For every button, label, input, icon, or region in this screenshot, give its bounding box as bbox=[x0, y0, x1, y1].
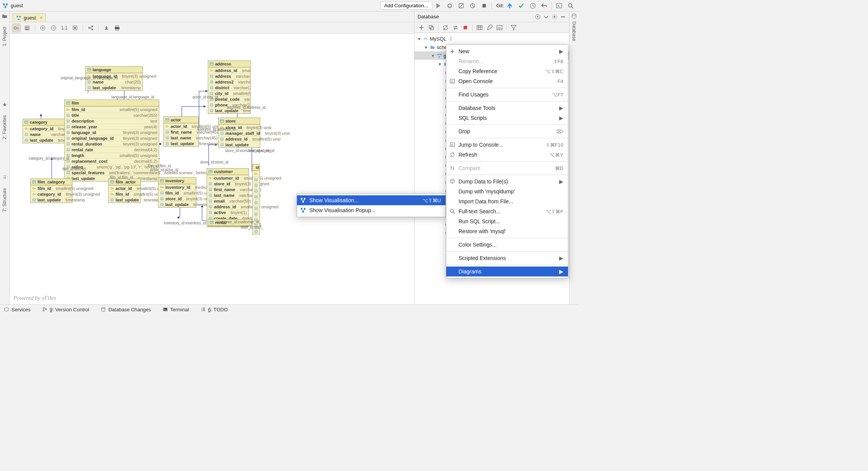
zoom-in-button[interactable] bbox=[38, 23, 47, 33]
commit-icon[interactable] bbox=[518, 2, 525, 9]
structure-tab[interactable]: 7: Structure bbox=[1, 186, 8, 214]
zoom-out-button[interactable] bbox=[49, 23, 58, 33]
table-icon[interactable] bbox=[476, 24, 483, 31]
plus-icon bbox=[449, 48, 455, 54]
revert-icon[interactable] bbox=[541, 2, 548, 9]
menu-item[interactable]: Full-text Search...⌥⇧⌘F bbox=[446, 206, 568, 216]
sync-icon[interactable] bbox=[452, 24, 459, 31]
menu-item[interactable]: Find Usages⌥F7 bbox=[446, 90, 568, 100]
terminal-icon bbox=[163, 307, 168, 312]
run-icon[interactable] bbox=[435, 2, 442, 9]
menu-item[interactable]: Dump Data to File(s)▶ bbox=[446, 177, 568, 186]
minimize-icon[interactable] bbox=[560, 14, 566, 20]
svg-rect-44 bbox=[67, 172, 70, 174]
add-icon[interactable] bbox=[418, 24, 425, 31]
project-tab[interactable]: 1: Project bbox=[1, 25, 8, 49]
ql-icon: QL bbox=[449, 142, 455, 148]
menu-item[interactable]: SQL Scripts▶ bbox=[446, 113, 568, 123]
fit-content-button[interactable] bbox=[70, 23, 80, 33]
diagram-canvas[interactable]: languagelanguage_idtinyint(3) unsignedna… bbox=[10, 34, 414, 304]
export-button[interactable] bbox=[102, 23, 111, 33]
menu-item[interactable]: Drop⌦ bbox=[446, 126, 568, 136]
database-tab[interactable]: Database bbox=[571, 19, 578, 43]
svg-rect-100 bbox=[210, 221, 213, 224]
expand-icon[interactable] bbox=[543, 14, 549, 20]
svg-rect-111 bbox=[438, 56, 440, 58]
menu-item[interactable]: Import Data from File... bbox=[446, 196, 568, 206]
fk-label: actor_id:actor_id bbox=[150, 168, 178, 172]
column-row: customer_idsmallint(5) unsigned bbox=[207, 175, 248, 181]
menu-item[interactable]: Copy Reference⌥⇧⌘C bbox=[446, 66, 568, 76]
diagrams-submenu[interactable]: Show Visualisation...⌥⇧⌘UShow Visualisat… bbox=[297, 193, 446, 217]
print-button[interactable] bbox=[113, 23, 122, 33]
svg-rect-80 bbox=[209, 183, 212, 185]
context-menu[interactable]: New▶Rename...⇧F6Copy Reference⌥⇧⌘CQLOpen… bbox=[446, 44, 568, 278]
column-row: film_idsmallint(5) unsigned bbox=[31, 185, 72, 191]
svg-point-66 bbox=[33, 188, 34, 189]
collapse-icon[interactable] bbox=[535, 14, 541, 20]
menu-item[interactable]: Scripted Extensions▶ bbox=[446, 253, 568, 263]
debug-icon[interactable] bbox=[446, 2, 453, 9]
svg-point-133 bbox=[43, 307, 44, 309]
menu-item[interactable]: Run SQL Script... bbox=[446, 216, 568, 226]
entity-inventory[interactable]: inventoryinventory_idmediumint(8) unsign… bbox=[158, 177, 196, 208]
refresh-icon[interactable] bbox=[442, 24, 449, 31]
stop-icon[interactable] bbox=[481, 2, 488, 9]
settings-icon[interactable] bbox=[551, 14, 558, 20]
stop-icon[interactable] bbox=[462, 24, 469, 31]
menu-item[interactable]: Color Settings... bbox=[446, 240, 568, 250]
svg-rect-28 bbox=[25, 121, 28, 124]
coverage-icon[interactable] bbox=[458, 2, 465, 9]
terminal-button[interactable]: Terminal bbox=[163, 307, 189, 312]
all-columns-button[interactable] bbox=[23, 23, 32, 33]
entity-actor[interactable]: actoractor_idsmallint(5) unsignedfirst_n… bbox=[163, 116, 199, 147]
services-button[interactable]: Services bbox=[4, 307, 31, 312]
edit-icon[interactable] bbox=[486, 24, 493, 31]
duplicate-icon[interactable] bbox=[428, 24, 435, 31]
menu-item[interactable]: Refresh⌥⌘Y bbox=[446, 150, 568, 160]
vcs-button[interactable]: 9: Version Control bbox=[42, 307, 89, 312]
close-icon[interactable]: × bbox=[40, 15, 42, 21]
submenu-item[interactable]: Show Visualisation Popup... bbox=[297, 205, 445, 215]
search-icon[interactable] bbox=[567, 2, 574, 9]
entity-film_actor[interactable]: film_actoractor_idsmallint(5) unsignedfi… bbox=[108, 178, 141, 203]
svg-point-33 bbox=[67, 109, 68, 110]
svg-point-29 bbox=[25, 128, 26, 129]
right-tool-strip: Database bbox=[569, 11, 579, 304]
menu-item: Compare⌘D bbox=[446, 163, 568, 173]
todo-button[interactable]: 6: TODO bbox=[201, 307, 228, 312]
profile-icon[interactable] bbox=[469, 2, 476, 9]
update-icon[interactable] bbox=[506, 2, 513, 9]
datasource-node[interactable]: ▾ MySQL2 bbox=[414, 34, 569, 43]
column-row: film_idsmallint(5) unsigned bbox=[109, 191, 140, 197]
actual-size-button[interactable]: 1:1 bbox=[60, 23, 69, 33]
layout-button[interactable] bbox=[86, 23, 95, 33]
add-configuration-button[interactable]: Add Configuration... bbox=[380, 2, 432, 10]
menu-item[interactable]: Diagrams▶ bbox=[446, 267, 568, 276]
favorites-tab[interactable]: 2: Favorites bbox=[1, 113, 8, 142]
svg-rect-10 bbox=[20, 16, 21, 17]
folder-icon[interactable] bbox=[2, 13, 8, 19]
menu-item[interactable]: Dump with 'mysqldump' bbox=[446, 186, 568, 196]
entity-customer[interactable]: customercustomer_idsmallint(5) unsigneds… bbox=[207, 168, 249, 227]
ide-scripting-icon[interactable] bbox=[556, 2, 563, 9]
menu-item[interactable]: QLOpen ConsoleF4 bbox=[446, 76, 568, 86]
entity-store[interactable]: storestore_idtinyint(3) unsimanager_staf… bbox=[218, 118, 260, 148]
entity-film_category[interactable]: film_categoryfilm_idsmallint(5) unsigned… bbox=[30, 178, 72, 203]
branch-icon bbox=[42, 307, 47, 312]
filter-icon[interactable] bbox=[510, 24, 517, 31]
database-strip-icon[interactable] bbox=[571, 13, 577, 19]
submenu-item[interactable]: Show Visualisation...⌥⇧⌘U bbox=[297, 195, 445, 205]
dbchanges-button[interactable]: Database Changes bbox=[101, 307, 151, 312]
key-columns-button[interactable] bbox=[12, 23, 21, 33]
breadcrumb: guest bbox=[11, 3, 23, 8]
menu-item[interactable]: Database Tools▶ bbox=[446, 103, 568, 113]
editor-tab-guest[interactable]: guest × bbox=[13, 13, 46, 22]
column-row: address2varchar(50) bbox=[208, 79, 250, 85]
menu-item[interactable]: QLJump to Console...⇧⌘F10 bbox=[446, 140, 568, 150]
history-icon[interactable] bbox=[529, 2, 536, 9]
menu-item[interactable]: New▶ bbox=[446, 46, 568, 56]
fk-label: language_id:language_id bbox=[111, 95, 154, 99]
console-icon[interactable]: QL bbox=[496, 24, 503, 31]
menu-item[interactable]: Restore with 'mysql' bbox=[446, 226, 568, 236]
